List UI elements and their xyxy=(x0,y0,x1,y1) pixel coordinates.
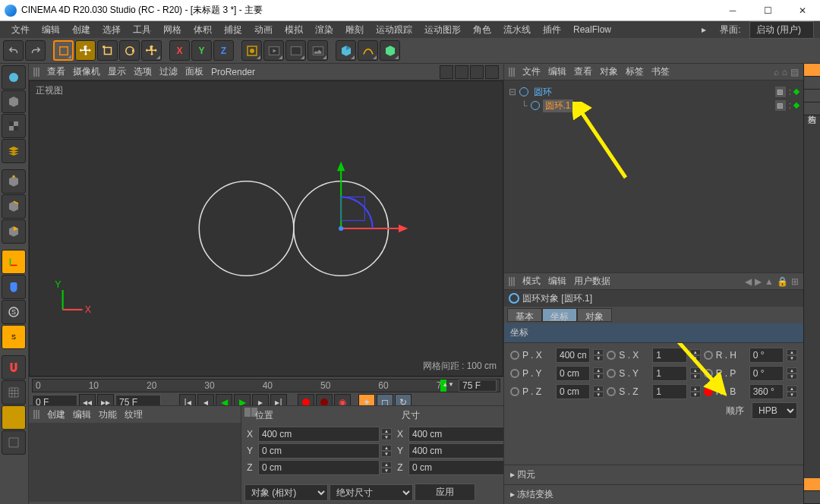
coord-mode1[interactable]: 对象 (相对) xyxy=(244,484,328,501)
filter-icon[interactable]: ▤ xyxy=(790,67,799,77)
x-axis-toggle[interactable]: X xyxy=(169,40,190,61)
mouse-tool[interactable] xyxy=(2,275,26,299)
keyframe-dot[interactable] xyxy=(607,369,616,378)
menu-编辑[interactable]: 编辑 xyxy=(36,22,65,38)
vtab-layers[interactable]: 层 xyxy=(804,491,820,504)
vtab-browser[interactable]: 内容浏览器 xyxy=(804,90,820,102)
menu-角色[interactable]: 角色 xyxy=(468,22,497,38)
vtab-takes[interactable]: 场次 xyxy=(804,77,820,90)
attr-tab-对象[interactable]: 对象 xyxy=(577,308,612,322)
keyframe-dot[interactable] xyxy=(704,369,713,378)
move-tool[interactable] xyxy=(75,40,96,61)
menu-创建[interactable]: 创建 xyxy=(67,22,96,38)
picture-viewer-button[interactable] xyxy=(308,40,328,61)
attr-tab-基本[interactable]: 基本 xyxy=(507,308,542,322)
vpmenu-摄像机[interactable]: 摄像机 xyxy=(73,65,100,78)
search-icon[interactable]: ⌕ xyxy=(774,67,779,77)
menu-运动图形[interactable]: 运动图形 xyxy=(419,22,466,38)
attr-S . X[interactable] xyxy=(652,348,686,363)
apply-button[interactable]: 应用 xyxy=(415,484,475,501)
coordtab-功能[interactable]: 功能 xyxy=(99,408,117,421)
menu-动画[interactable]: 动画 xyxy=(249,22,278,38)
edge-mode[interactable] xyxy=(2,194,26,219)
visibility-dot[interactable] xyxy=(793,102,800,109)
attr-lock-icon[interactable]: 🔒 xyxy=(777,276,788,287)
coordtab-纹理[interactable]: 纹理 xyxy=(125,408,143,421)
timeline-frame-input[interactable] xyxy=(459,380,497,392)
pos-Y[interactable] xyxy=(258,443,380,458)
menu-捕捉[interactable]: 捕捉 xyxy=(219,22,248,38)
texture-mode[interactable] xyxy=(2,90,26,113)
menu-插件[interactable]: 插件 xyxy=(538,22,566,38)
tree-item-1[interactable]: 圆环.1 xyxy=(543,99,573,112)
poly-mode[interactable] xyxy=(2,219,26,244)
extra-tool-1[interactable] xyxy=(2,405,26,430)
attr-R . H[interactable] xyxy=(749,348,784,363)
attr-S . Y[interactable] xyxy=(652,366,686,381)
menu-模拟[interactable]: 模拟 xyxy=(279,22,308,38)
menu-渲染[interactable]: 渲染 xyxy=(310,22,339,38)
rotate-tool[interactable] xyxy=(119,40,140,61)
spline-button[interactable] xyxy=(358,40,378,61)
attrmenu-模式[interactable]: 模式 xyxy=(522,275,541,288)
attr-P . Y[interactable] xyxy=(556,366,590,381)
minimize-button[interactable]: ─ xyxy=(715,0,750,21)
snap-settings[interactable]: S xyxy=(2,325,26,349)
render-view-button[interactable] xyxy=(241,40,262,61)
undo-button[interactable] xyxy=(3,40,24,61)
menu-工具[interactable]: 工具 xyxy=(128,22,156,38)
extra-tool-2[interactable] xyxy=(2,430,26,455)
render-settings-button[interactable] xyxy=(285,40,306,61)
snap-tool[interactable]: S xyxy=(2,300,26,324)
vp-nav-2[interactable] xyxy=(455,65,468,79)
collapse-freeze[interactable]: ▸ 冻结变换 xyxy=(504,484,803,504)
keyframe-dot[interactable] xyxy=(510,351,519,360)
attrmenu-编辑[interactable]: 编辑 xyxy=(548,275,566,288)
attr-prev-icon[interactable]: ◀ xyxy=(745,276,752,287)
attr-new-icon[interactable]: ⊞ xyxy=(791,276,799,287)
attr-R . P[interactable] xyxy=(749,366,784,381)
maximize-button[interactable]: ☐ xyxy=(750,0,785,21)
interface-dropdown[interactable]: 启动 (用户) xyxy=(749,21,814,39)
point-mode[interactable] xyxy=(2,169,26,194)
menu-选择[interactable]: 选择 xyxy=(97,22,126,38)
primitive-button[interactable] xyxy=(336,40,356,61)
objmenu-标签[interactable]: 标签 xyxy=(626,65,644,78)
menu-RealFlow[interactable]: RealFlow xyxy=(568,23,617,36)
vpmenu-选项[interactable]: 选项 xyxy=(134,65,152,78)
vpmenu-查看[interactable]: 查看 xyxy=(47,65,65,78)
scale-tool[interactable] xyxy=(97,40,118,61)
close-button[interactable]: ✕ xyxy=(785,0,820,21)
attr-P . Z[interactable] xyxy=(556,384,590,399)
tree-tag[interactable]: ▨ xyxy=(775,87,786,97)
coord-mode2[interactable]: 绝对尺寸 xyxy=(330,484,413,501)
timeline-ruler[interactable]: 010203040506070 ▲▼ xyxy=(32,379,500,392)
vp-nav-1[interactable] xyxy=(440,65,453,79)
vpmenu-过滤[interactable]: 过滤 xyxy=(159,65,178,78)
generator-button[interactable] xyxy=(380,40,400,61)
vpmenu-面板[interactable]: 面板 xyxy=(185,65,203,78)
pos-X[interactable] xyxy=(258,427,380,442)
menu-文件[interactable]: 文件 xyxy=(6,22,35,38)
coordtab-创建[interactable]: 创建 xyxy=(47,408,65,421)
vtab-objects[interactable]: 对象 xyxy=(804,64,820,77)
attr-P . X[interactable] xyxy=(556,348,590,363)
workplane-mode[interactable] xyxy=(2,139,26,163)
keyframe-dot[interactable] xyxy=(510,387,519,396)
last-tool[interactable] xyxy=(141,40,162,61)
objmenu-书签[interactable]: 书签 xyxy=(651,65,670,78)
objmenu-对象[interactable]: 对象 xyxy=(600,65,618,78)
redo-button[interactable] xyxy=(25,40,46,61)
select-tool[interactable] xyxy=(53,40,74,61)
visibility-dot[interactable] xyxy=(793,89,800,95)
objmenu-文件[interactable]: 文件 xyxy=(522,65,541,78)
attrmenu-用户数据[interactable]: 用户数据 xyxy=(574,275,610,288)
model-mode[interactable] xyxy=(2,65,26,90)
keyframe-dot[interactable] xyxy=(510,369,519,378)
menu-体积[interactable]: 体积 xyxy=(188,22,217,38)
tex-axis-mode[interactable] xyxy=(2,114,26,138)
coordtab-编辑[interactable]: 编辑 xyxy=(73,408,91,421)
z-axis-toggle[interactable]: Z xyxy=(213,40,234,61)
tree-tag[interactable]: ▨ xyxy=(775,100,786,111)
keyframe-dot[interactable] xyxy=(607,351,616,360)
